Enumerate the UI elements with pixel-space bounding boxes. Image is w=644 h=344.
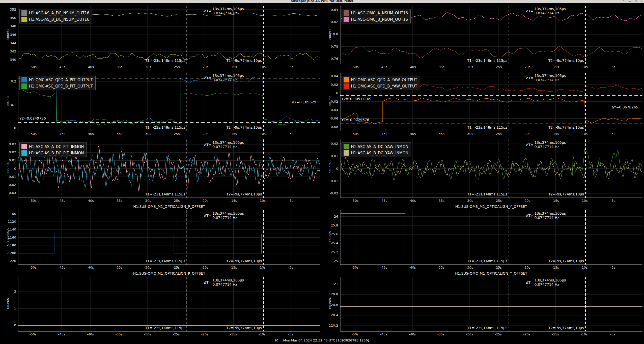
legend[interactable]: H1:ASC-AS_A_DC_NSUM_OUT16H1:ASC-AS_B_DC_…: [19, 9, 92, 23]
x-tick-label: -40s: [81, 266, 99, 269]
plot-omc-p-offset[interactable]: counts012-50s-45s-40s-35s-30s-25s-20s-15…: [0, 271, 322, 337]
plot-om3-y-offset[interactable]: counts2525.225.425.625.826-50s-45s-40s-3…: [322, 204, 644, 271]
plot-title: H1:SUS-OMC_M1_OPTICALIGN_Y_OFFSET: [340, 271, 642, 275]
x-tick-label: -15s: [225, 65, 242, 69]
plot-om3-p-offset[interactable]: counts-1100-1120-1140-1160-1180-1200-122…: [0, 204, 322, 271]
plot-qpd-pit-output[interactable]: counts00.10.2-50s-45s-40s-35s-30s-25s-20…: [0, 70, 322, 137]
x-tick-label: -35s: [432, 65, 450, 69]
plot-as-pit-inmon[interactable]: counts0.030.020.010-0.01-0.02-0.03-50s-4…: [0, 137, 322, 204]
t2-cursor-label: T2=-9s,774ms,10μs: [197, 59, 262, 63]
y2-cursor-label: Y2=-0.00514109: [342, 97, 372, 101]
y-tick-label: 350: [2, 16, 16, 20]
x-tick-label: -30s: [139, 199, 156, 203]
delta-t-frequency: 0.0747714 Hz: [212, 145, 244, 149]
title-bar[interactable]: ndscope: pico AS WFS for OMC relief ⌃—▢✕: [0, 0, 644, 3]
y-tick-label: -1200: [2, 251, 16, 255]
delta-y-annotation: ΔY=0.0678265: [588, 105, 638, 109]
legend-item: H1:OMC-ASC_QPD_B_YAW_OUTPUT: [344, 83, 417, 89]
y-tick-label: 0.01: [2, 159, 16, 162]
x-tick-label: -20s: [196, 65, 214, 69]
maximize-icon[interactable]: ▢: [634, 0, 637, 3]
x-tick-label: -40s: [81, 65, 99, 69]
x-tick-label: -40s: [81, 333, 99, 336]
delta-t-annotation: ΔT=13s,374ms,105μs0.0747714 Hz: [204, 74, 244, 82]
delta-t-annotation: ΔT=13s,374ms,105μs0.0747714 Hz: [204, 211, 244, 220]
delta-t-prefix: ΔT=: [526, 143, 534, 147]
y-tick-label: -0.04: [324, 108, 338, 112]
legend-swatch-icon: [344, 150, 349, 156]
y-tick-label: -0.06: [324, 117, 338, 120]
y-tick-label: 25.6: [324, 233, 338, 236]
x-tick-label: -50s: [24, 199, 42, 203]
x-tick-label: -10s: [253, 132, 271, 136]
y-tick-label: 0: [324, 167, 338, 170]
legend[interactable]: H1:ASC-AS_A_DC_PIT_INMONH1:ASC-AS_B_DC_P…: [19, 142, 87, 157]
legend-swatch-icon: [21, 10, 27, 16]
t1-cursor-label: T1=-23s,148ms,115μs: [442, 326, 507, 330]
x-tick-label: -20s: [518, 333, 536, 336]
legend[interactable]: H1:OMC-ASC_QPD_A_YAW_OUTPUTH1:OMC-ASC_QP…: [342, 76, 420, 90]
y-tick-label: 0.78: [324, 45, 338, 48]
delta-t-prefix: ΔT=: [204, 214, 211, 218]
x-tick-label: -20s: [518, 199, 536, 203]
x-tick-label: -15s: [225, 333, 242, 336]
t1-cursor-label: T1=-23s,148ms,115μs: [442, 125, 507, 129]
t1-cursor-label: T1=-23s,148ms,115μs: [442, 192, 507, 196]
x-tick-label: -30s: [461, 333, 479, 336]
delta-t-prefix: ΔT=: [204, 280, 211, 284]
y-tick-label: 0: [2, 324, 16, 327]
status-bar: t0 = Mon Mar 04 2024 22:32:47 UTC [13936…: [0, 337, 644, 344]
plot-omc-y-offset[interactable]: counts120.2120.4120.6120.8121-50s-45s-40…: [322, 271, 644, 337]
x-tick-label: -10s: [575, 65, 593, 69]
plot-qpd-yaw-output[interactable]: counts0.040.020-0.02-0.04-0.06-0.08-50s-…: [322, 70, 644, 137]
t2-cursor-label: T2=-9s,774ms,10μs: [197, 125, 262, 129]
x-tick-label: -15s: [547, 199, 564, 203]
legend-item: H1:ASC-AS_A_DC_YAW_INMON: [344, 144, 408, 149]
legend[interactable]: H1:OMC-ASC_QPD_A_PIT_OUTPUTH1:OMC-ASC_QP…: [19, 76, 96, 90]
x-tick-label: -35s: [110, 266, 128, 269]
legend-item: H1:ASC-AS_B_DC_NSUM_OUT16: [21, 17, 89, 22]
x-tick-label: -35s: [110, 132, 128, 136]
x-tick-label: -25s: [489, 199, 507, 203]
x-tick-label: -45s: [53, 333, 71, 336]
close-icon[interactable]: ✕: [640, 0, 642, 3]
x-tick-label: -5s: [604, 333, 622, 336]
plot-omc-nsum[interactable]: counts0.760.780.80.820.84-50s-45s-40s-35…: [322, 3, 644, 70]
minimize-icon[interactable]: —: [628, 0, 631, 3]
legend-item: H1:ASC-OMC_B_NSUM_OUT16: [344, 17, 408, 22]
t2-cursor-label: T2=-9s,774ms,10μs: [519, 259, 584, 263]
x-tick-label: -40s: [404, 199, 421, 203]
y-tick-label: 0.76: [324, 57, 338, 61]
delta-t-annotation: ΔT=13s,374ms,105μs0.0747714 Hz: [526, 278, 566, 287]
x-tick-label: -50s: [24, 333, 42, 336]
x-tick-label: -35s: [432, 266, 450, 269]
x-tick-label: -50s: [346, 266, 364, 269]
x-tick-label: -5s: [282, 333, 300, 336]
y-tick-label: 0.2: [2, 80, 16, 83]
plot-as-yaw-inmon[interactable]: counts0.020.010-0.01-0.02-50s-45s-40s-35…: [322, 137, 644, 204]
x-tick-label: -35s: [432, 199, 450, 203]
legend-item: H1:ASC-AS_B_DC_PIT_INMON: [21, 150, 84, 156]
t1-cursor-label: T1=-23s,148ms,115μs: [120, 259, 185, 263]
delta-t-annotation: ΔT=13s,374ms,105μs0.0747714 Hz: [204, 7, 244, 15]
x-tick-label: -25s: [489, 132, 507, 136]
x-tick-label: -45s: [375, 266, 393, 269]
x-tick-label: -10s: [575, 199, 593, 203]
x-tick-label: -10s: [253, 266, 271, 269]
legend[interactable]: H1:ASC-AS_A_DC_YAW_INMONH1:ASC-AS_B_DC_Y…: [342, 142, 411, 157]
y-tick-label: -1120: [2, 220, 16, 223]
x-tick-label: -30s: [139, 266, 156, 269]
x-tick-label: -5s: [604, 266, 622, 269]
shade-icon[interactable]: ⌃: [623, 0, 625, 3]
delta-t-value: 13s,374ms,105μs: [212, 74, 244, 78]
x-tick-label: -30s: [139, 132, 156, 136]
delta-t-frequency: 0.0747714 Hz: [212, 78, 244, 82]
delta-t-value: 13s,374ms,105μs: [535, 74, 566, 78]
legend-channel-label: H1:ASC-OMC_A_NSUM_OUT16: [351, 11, 408, 15]
plot-as-dc-nsum[interactable]: counts340342344346348350352-50s-45s-40s-…: [0, 3, 322, 70]
delta-t-value: 13s,374ms,105μs: [212, 7, 244, 11]
x-tick-label: -40s: [404, 132, 421, 136]
legend[interactable]: H1:ASC-OMC_A_NSUM_OUT16H1:ASC-OMC_B_NSUM…: [342, 9, 411, 23]
x-tick-label: -50s: [24, 266, 42, 269]
x-tick-label: -45s: [53, 65, 71, 69]
